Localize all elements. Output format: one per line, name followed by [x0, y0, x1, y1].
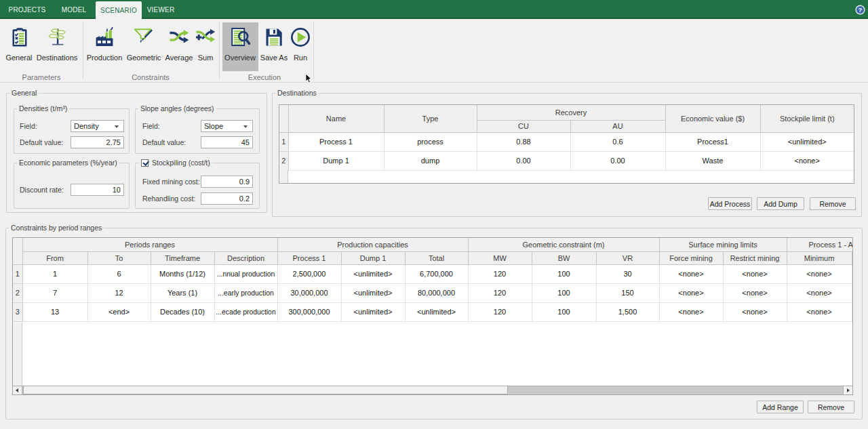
svg-text:?: ?: [859, 6, 863, 14]
